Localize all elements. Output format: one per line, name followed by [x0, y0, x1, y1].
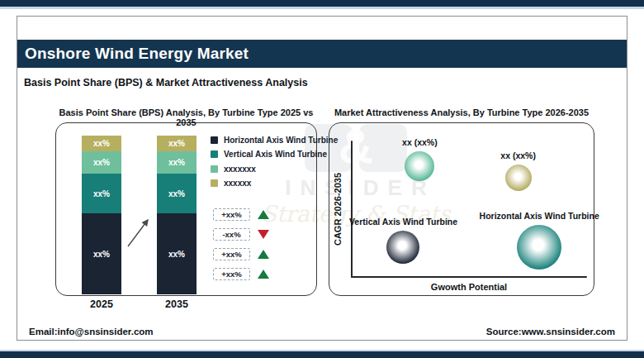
- upward-trend-arrow-icon: [122, 213, 155, 251]
- legend-swatch: [211, 150, 218, 158]
- change-indicator-row: -xx%: [213, 228, 269, 241]
- x-axis-label: Gwowth Potential: [351, 282, 587, 292]
- bar-segment-label: xx%: [93, 250, 110, 259]
- legend-swatch: [211, 136, 218, 144]
- y-axis-line: [351, 141, 353, 278]
- x-tick-2035: 2035: [152, 298, 201, 310]
- up-triangle-icon: [258, 210, 269, 219]
- bar-segment: xx%: [82, 136, 121, 151]
- change-indicator-row: +xx%: [213, 248, 269, 260]
- bubble-label-masked-segment-1: xx (xx%): [353, 137, 485, 147]
- change-indicator-row: +xx%: [213, 208, 269, 221]
- bar-segment-label: xx%: [168, 139, 185, 148]
- bps-change-indicators: +xx%-xx%+xx%+xx%: [213, 208, 269, 280]
- bubble-label-vertical-axis-wind-turbine: Vertical Axis Wind Turbine: [337, 217, 469, 227]
- up-triangle-icon: [258, 270, 269, 279]
- x-axis-line: [351, 276, 587, 278]
- bubble-masked-segment-2: [505, 165, 532, 191]
- y-axis-label: CAGR 2026-2035: [333, 173, 343, 246]
- change-value-box: +xx%: [213, 208, 250, 221]
- legend-item: xxxxxxx: [211, 164, 338, 174]
- change-value-box: +xx%: [213, 248, 250, 260]
- bar-segment: xx%: [157, 151, 197, 174]
- bar-segment: xx%: [157, 174, 197, 213]
- legend-item: Vertical Axis Wind Turbine: [211, 150, 338, 160]
- change-indicator-row: +xx%: [213, 268, 269, 280]
- legend-label: xxxxxxx: [224, 165, 256, 174]
- bar-segment: xx%: [82, 213, 121, 294]
- stacked-bar-2035: xx%xx%xx%xx%: [157, 136, 197, 294]
- legend-item: Horizontal Axis Wind Turbine: [211, 135, 338, 145]
- charts-content-layer: xx%xx%xx%xx%xx%xx%xx%xx% 2025 2035 Horiz…: [0, 0, 644, 358]
- bubble-masked-segment-1: [405, 151, 434, 181]
- bar-segment: xx%: [157, 136, 197, 151]
- bar-segment-label: xx%: [93, 139, 110, 148]
- up-triangle-icon: [258, 250, 269, 259]
- down-triangle-icon: [258, 230, 269, 239]
- bar-segment: xx%: [82, 151, 121, 174]
- bubble-label-horizontal-axis-wind-turbine: Horizontal Axis Wind Turbine: [473, 211, 605, 221]
- legend-label: Vertical Axis Wind Turbine: [224, 150, 327, 159]
- bar-segment-label: xx%: [168, 158, 185, 167]
- legend-item: xxxxxx: [211, 179, 338, 189]
- stacked-bar-2025: xx%xx%xx%xx%: [82, 136, 121, 294]
- infographic-page: Onshore Wind Energy Market Basis Point S…: [0, 0, 644, 358]
- legend-swatch: [211, 165, 218, 173]
- legend-label: xxxxxx: [224, 179, 251, 188]
- bar-segment-label: xx%: [168, 189, 185, 198]
- bar-segment: xx%: [82, 174, 121, 213]
- legend-label: Horizontal Axis Wind Turbine: [224, 136, 338, 145]
- bubble-horizontal-axis-wind-turbine: [517, 225, 561, 270]
- bar-segment-label: xx%: [93, 158, 110, 167]
- x-tick-2025: 2025: [77, 298, 126, 310]
- bps-legend: Horizontal Axis Wind TurbineVertical Axi…: [211, 135, 338, 189]
- bubble-label-masked-segment-2: xx (xx%): [452, 150, 585, 160]
- change-value-box: +xx%: [213, 268, 250, 280]
- bar-segment: xx%: [157, 213, 197, 294]
- bar-segment-label: xx%: [168, 250, 185, 259]
- change-value-box: -xx%: [213, 228, 250, 241]
- legend-swatch: [211, 179, 218, 187]
- bar-segment-label: xx%: [93, 189, 110, 198]
- bubble-vertical-axis-wind-turbine: [386, 231, 419, 264]
